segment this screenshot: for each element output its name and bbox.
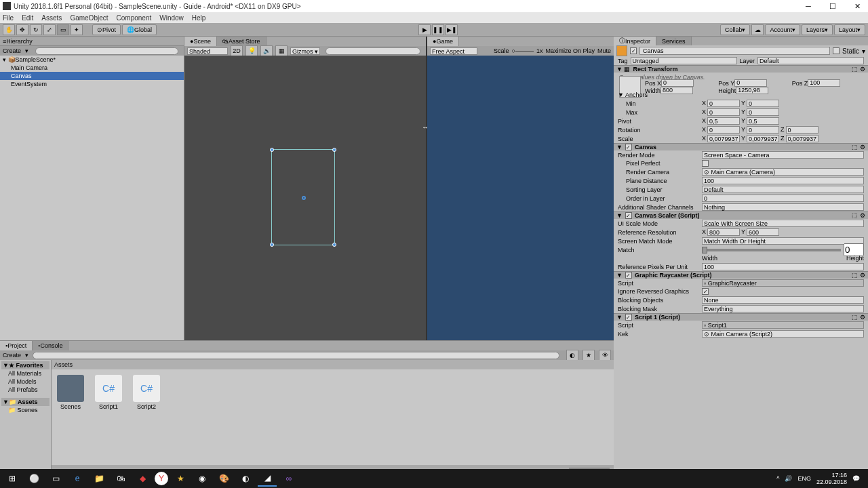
rot-y[interactable] xyxy=(747,126,779,134)
canvas-gizmo[interactable] xyxy=(271,149,335,245)
unity-task-icon[interactable]: ◢ xyxy=(258,470,277,487)
lang-indicator[interactable]: ENG xyxy=(797,475,811,482)
rect-transform-header[interactable]: ▼ ▦ Rect Transform⬚ ⚙ xyxy=(614,65,868,73)
collab-button[interactable]: Collab ▾ xyxy=(720,24,751,35)
menu-window[interactable]: Window xyxy=(159,14,184,22)
tab-scene[interactable]: ● Scene xyxy=(184,37,217,46)
hierarchy-search[interactable] xyxy=(35,47,178,55)
active-checkbox[interactable] xyxy=(630,47,637,54)
hierarchy-item-eventsystem[interactable]: EventSystem xyxy=(0,80,184,88)
kek-field[interactable]: ⊙ Main Camera (Script2) xyxy=(702,330,864,338)
task-view-icon[interactable]: ▭ xyxy=(46,470,65,487)
anchor-min-y[interactable] xyxy=(747,100,779,107)
scene-root[interactable]: ▾ 📦 SampleScene* xyxy=(0,56,184,64)
pos-y[interactable] xyxy=(734,79,767,87)
fx-icon[interactable]: ▦ xyxy=(275,45,288,56)
scene-view[interactable]: ↔ xyxy=(184,56,426,340)
fav-all-prefabs[interactable]: All Prefabs xyxy=(1,386,50,394)
pixel-perfect-checkbox[interactable] xyxy=(702,160,709,167)
draw-mode[interactable]: Shaded xyxy=(187,47,228,55)
asset-script2[interactable]: C# Script2 xyxy=(133,375,160,410)
global-button[interactable]: 🌐 Global xyxy=(122,24,157,35)
menu-component[interactable]: Component xyxy=(117,14,152,22)
clock-date[interactable]: 22.09.2018 xyxy=(816,479,847,485)
fav-all-materials[interactable]: All Materials xyxy=(1,369,50,378)
pos-z[interactable] xyxy=(808,79,840,87)
pivot-button[interactable]: ⊙ Pivot xyxy=(92,24,121,35)
rot-x[interactable] xyxy=(707,126,740,134)
tab-asset-store[interactable]: 🛍 Asset Store xyxy=(217,37,267,46)
hand-tool[interactable]: ✋ xyxy=(3,24,15,35)
cloud-icon[interactable]: ☁ xyxy=(751,24,764,35)
scenes-folder[interactable]: 📁 Scenes xyxy=(1,406,50,414)
vs-icon[interactable]: ∞ xyxy=(279,470,298,487)
ui-scale-mode-dropdown[interactable]: Scale With Screen Size xyxy=(702,220,864,227)
anchor-max-y[interactable] xyxy=(747,108,779,116)
layer-dropdown[interactable]: Default xyxy=(757,57,864,64)
mute-toggle[interactable]: Mute xyxy=(597,47,611,54)
mode-2d[interactable]: 2D xyxy=(231,45,243,56)
scale-z[interactable] xyxy=(786,135,818,142)
pos-x[interactable] xyxy=(661,79,694,87)
fav-all-models[interactable]: All Models xyxy=(1,378,50,386)
pivot-y[interactable] xyxy=(747,117,779,125)
static-checkbox[interactable] xyxy=(833,47,840,54)
script1-header[interactable]: ▼ Script 1 (Script)⬚ ⚙ xyxy=(614,313,868,321)
scale-x[interactable] xyxy=(707,135,740,142)
browser-icon[interactable]: Y xyxy=(155,472,168,485)
tab-inspector[interactable]: ⓘ Inspector xyxy=(614,37,656,45)
order-layer-field[interactable] xyxy=(702,195,864,202)
favorites-header[interactable]: ▼★ Favorites xyxy=(1,361,50,369)
assets-header[interactable]: ▼📁 Assets xyxy=(1,398,50,406)
game-view[interactable] xyxy=(427,56,614,340)
scene-search[interactable] xyxy=(326,47,420,55)
match-slider[interactable] xyxy=(702,247,707,253)
plane-distance-field[interactable] xyxy=(702,177,864,184)
store-icon[interactable]: 🛍 xyxy=(111,470,130,487)
asset-script1[interactable]: C# Script1 xyxy=(95,375,122,410)
filter-icon[interactable]: ◐ xyxy=(566,350,578,361)
canvas-component-header[interactable]: ▼ Canvas⬚ ⚙ xyxy=(614,143,868,150)
asset-scenes[interactable]: Scenes xyxy=(57,375,84,410)
sorting-layer-dropdown[interactable]: Default xyxy=(702,186,864,193)
tray-up-icon[interactable]: ^ xyxy=(776,475,779,482)
blocking-objects-dropdown[interactable]: None xyxy=(702,296,864,304)
app-icon-1[interactable]: ◆ xyxy=(133,470,152,487)
rect-tool[interactable]: ▭ xyxy=(57,24,69,35)
menu-edit[interactable]: Edit xyxy=(22,14,33,22)
minimize-button[interactable]: ─ xyxy=(800,1,816,12)
clock-time[interactable]: 17:16 xyxy=(816,472,847,479)
tag-dropdown[interactable]: Untagged xyxy=(631,57,737,64)
account-button[interactable]: Account ▾ xyxy=(765,24,800,35)
search-icon[interactable]: ⚪ xyxy=(24,470,43,487)
explorer-icon[interactable]: 📁 xyxy=(90,470,108,487)
edge-icon[interactable]: e xyxy=(68,470,87,487)
star-icon[interactable]: ★ xyxy=(583,350,595,361)
hierarchy-item-canvas[interactable]: Canvas xyxy=(0,72,184,80)
star-app-icon[interactable]: ★ xyxy=(171,470,190,487)
rotate-tool[interactable]: ↻ xyxy=(30,24,42,35)
menu-help[interactable]: Help xyxy=(192,14,206,22)
ref-res-y[interactable] xyxy=(747,228,779,236)
raycaster-header[interactable]: ▼ Graphic Raycaster (Script)⬚ ⚙ xyxy=(614,271,868,279)
maximize-toggle[interactable]: Maximize On Play xyxy=(545,47,595,54)
hierarchy-create[interactable]: Create xyxy=(3,47,21,54)
chrome-icon[interactable]: ◉ xyxy=(193,470,212,487)
tab-game[interactable]: ● Game xyxy=(427,37,459,46)
move-tool[interactable]: ✥ xyxy=(16,24,28,35)
pause-button[interactable]: ❚❚ xyxy=(432,24,444,35)
project-create[interactable]: Create xyxy=(3,352,21,359)
layers-button[interactable]: Layers ▾ xyxy=(802,24,833,35)
layout-button[interactable]: Layout ▾ xyxy=(834,24,865,35)
ignore-reversed-checkbox[interactable] xyxy=(702,288,709,295)
hierarchy-tab[interactable]: ≡ Hierarchy xyxy=(0,37,184,46)
breadcrumb[interactable]: Assets xyxy=(54,361,73,368)
scale-tool[interactable]: ⤢ xyxy=(43,24,56,35)
project-content[interactable]: Scenes C# Script1 C# Script2 xyxy=(52,369,614,465)
paint-icon[interactable]: 🎨 xyxy=(214,470,233,487)
menu-assets[interactable]: Assets xyxy=(41,14,62,22)
anchor-max-x[interactable] xyxy=(707,108,740,116)
menu-file[interactable]: File xyxy=(3,14,14,22)
ref-pixels-field[interactable] xyxy=(702,263,864,270)
close-button[interactable]: ✕ xyxy=(849,1,865,12)
